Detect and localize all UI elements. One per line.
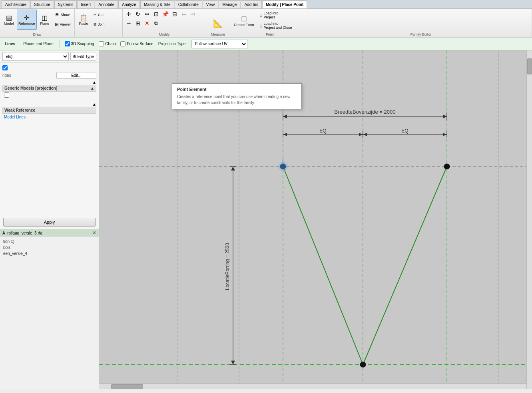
select-modify-btn[interactable]: ✛	[124, 10, 133, 18]
follow-surface-checkbox[interactable]	[120, 41, 126, 46]
generic-models-checkbox[interactable]	[4, 92, 9, 98]
svg-marker-12	[443, 114, 447, 118]
tab-addins[interactable]: Add-Ins	[241, 0, 261, 8]
lines-label: Lines	[5, 42, 15, 46]
generic-models-collapse-icon[interactable]: ▲	[90, 86, 94, 90]
measure-button[interactable]: 📐	[211, 13, 225, 33]
tab-collaborate[interactable]: Collaborate	[175, 0, 202, 8]
pin-btn[interactable]: 📌	[161, 10, 170, 18]
generic-checkbox[interactable]	[2, 65, 8, 70]
plane-label: Plane	[40, 22, 49, 26]
ribbon-group-clipboard: 📋 Paste ✂Cut ⊞Join	[75, 9, 123, 37]
copy-btn[interactable]: ⧉	[152, 19, 161, 28]
tab-structure[interactable]: Structure	[30, 0, 54, 8]
align-btn[interactable]: ⊟	[170, 10, 179, 18]
svg-line-32	[283, 166, 363, 365]
load-into-project-button[interactable]: ↓Load intoProject	[257, 10, 294, 20]
tab-modify-place[interactable]: Modify | Place Point	[262, 0, 307, 8]
generic-models-title: Generic Models [projection]	[4, 86, 57, 90]
tooltip-popup: Point Element Creates a reference point …	[172, 83, 302, 109]
3d-snapping-checkbox[interactable]	[65, 41, 70, 46]
follow-surface-label: Follow Surface	[120, 41, 153, 46]
list-item-bols: bols	[3, 245, 96, 251]
tab-view[interactable]: View	[203, 0, 219, 8]
model-label: Model	[4, 22, 14, 26]
weak-reference-content: Model Lines	[2, 114, 96, 120]
sidebar-top-controls: els) ⚙Edit Type	[0, 50, 99, 63]
svg-marker-24	[443, 133, 447, 136]
file-tab-close-icon[interactable]: ✕	[92, 230, 96, 236]
tab-insert[interactable]: Insert	[77, 0, 94, 8]
delete-btn[interactable]: ✕	[143, 19, 151, 28]
edit-type-button[interactable]: ⚙Edit Type	[70, 52, 96, 61]
property-group-weak-reference: Weak Reference Model Lines	[2, 107, 96, 120]
scroll-thumb[interactable]	[527, 58, 532, 74]
tab-analyze[interactable]: Analyze	[118, 0, 140, 8]
chain-checkbox-label: Chain	[99, 41, 116, 46]
tab-architecture[interactable]: Architecture	[2, 0, 30, 8]
tab-systems[interactable]: Systems	[54, 0, 77, 8]
mirror-btn[interactable]: ⇔	[143, 10, 151, 18]
collapse-icon[interactable]: ▲	[92, 80, 96, 84]
join-button[interactable]: ⊞Join	[92, 20, 107, 29]
offset-btn[interactable]: ⊸	[124, 19, 133, 28]
plane-button[interactable]: ◫ Plane	[38, 10, 52, 30]
cut-label: Cut	[98, 13, 104, 17]
reference-button[interactable]: ✛ Reference	[17, 10, 37, 30]
ribbon-group-draw: ▤ Model ✛ Reference ◫ Plane 👁 Sho	[0, 9, 75, 37]
scale-btn[interactable]: ⊡	[152, 10, 161, 18]
overrides-section: rides Edit...	[2, 71, 96, 80]
horizontal-scrollbar[interactable]	[99, 383, 526, 389]
ribbon-tab-row: Architecture Structure Systems Insert An…	[0, 0, 532, 9]
svg-marker-29	[231, 166, 235, 170]
ribbon: Architecture Structure Systems Insert An…	[0, 0, 532, 50]
split-btn[interactable]: ⊣	[189, 10, 197, 18]
family-editor-group-label: Family Editor	[312, 32, 530, 36]
model-lines-label: Model Lines	[4, 115, 26, 119]
property-group-generic-models: Generic Models [projection] ▲	[2, 85, 96, 99]
load-into-project-close-button[interactable]: ↓Load intoProject and Close	[257, 21, 294, 30]
vertical-scrollbar[interactable]	[526, 50, 532, 389]
trim-btn[interactable]: ⊢	[179, 10, 188, 18]
sidebar-apply-section: Apply	[0, 215, 99, 229]
join-label: Join	[98, 22, 105, 26]
projection-type-label: Projection Type:	[158, 42, 187, 46]
create-form-button[interactable]: ◻ Create Form	[232, 10, 256, 31]
paste-button[interactable]: 📋 Paste	[76, 10, 91, 30]
category-dropdown[interactable]: els)	[2, 52, 69, 61]
load-into-project-close-label: Load intoProject and Close	[263, 22, 292, 30]
svg-point-35	[444, 164, 450, 169]
overrides-label: rides	[2, 73, 11, 78]
create-form-label: Create Form	[234, 23, 254, 27]
main-layout: els) ⚙Edit Type rides Edit... ▲	[0, 50, 532, 389]
expand-icon[interactable]: ▲	[92, 102, 96, 106]
edit-button[interactable]: Edit...	[56, 72, 96, 79]
svg-line-33	[363, 166, 447, 365]
model-button[interactable]: ▤ Model	[2, 10, 16, 30]
edit-type-label: Edit Type	[77, 54, 94, 59]
placement-plane-label: Placement Plane:	[23, 42, 54, 46]
svg-text:EQ: EQ	[401, 128, 408, 134]
rotate-btn[interactable]: ↻	[133, 10, 142, 18]
projection-type-select[interactable]: Follow surface UV Normal to surface Cust…	[191, 40, 247, 48]
tab-massing[interactable]: Massing & Site	[140, 0, 174, 8]
chain-label: Chain	[105, 42, 116, 46]
apply-button[interactable]: Apply	[3, 218, 96, 227]
viewer-button[interactable]: ⊞ Viewer	[53, 20, 73, 29]
contextual-bar: Lines Placement Plane: 3D Snapping Chain…	[0, 38, 532, 50]
chain-checkbox[interactable]	[99, 41, 104, 46]
file-tab-name: A_rollaag_versie_3.rfa	[2, 231, 42, 235]
cut-button[interactable]: ✂Cut	[92, 10, 107, 19]
show-button[interactable]: 👁 Show	[53, 10, 73, 19]
tab-manage[interactable]: Manage	[219, 0, 240, 8]
array-btn[interactable]: ⊞	[133, 19, 142, 28]
generic-checkbox-row	[2, 64, 96, 71]
tab-annotate[interactable]: Annotate	[95, 0, 118, 8]
svg-marker-30	[231, 361, 235, 365]
viewer-label: Viewer	[60, 22, 71, 26]
ribbon-main-row: ▤ Model ✛ Reference ◫ Plane 👁 Sho	[0, 9, 532, 38]
weak-reference-title: Weak Reference	[4, 108, 35, 112]
scroll-thumb-h[interactable]	[111, 384, 143, 389]
sidebar: els) ⚙Edit Type rides Edit... ▲	[0, 50, 99, 389]
generic-models-content	[2, 92, 96, 99]
